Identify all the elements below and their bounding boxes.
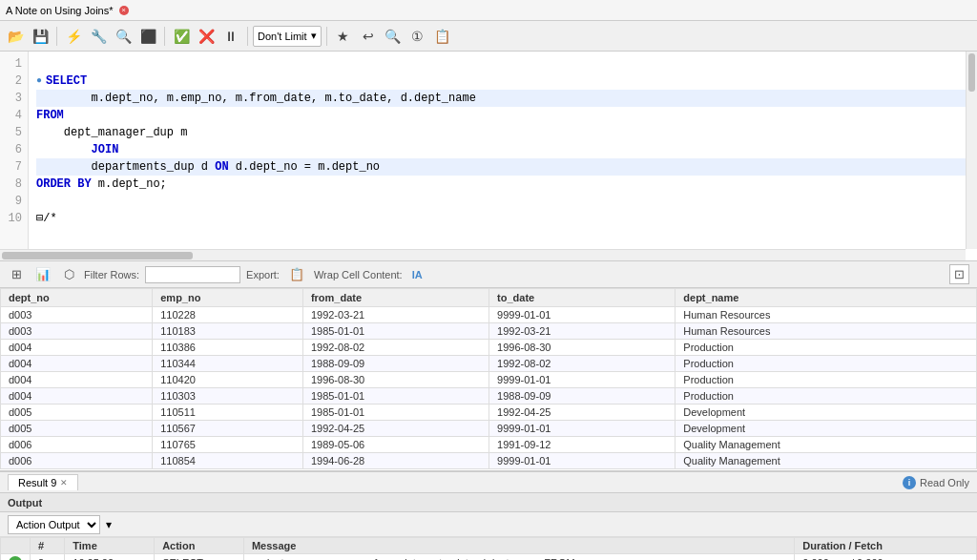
- cell-to_date: 1991-09-12: [489, 437, 676, 453]
- clipboard-button[interactable]: 📋: [431, 25, 454, 48]
- filter-label: Filter Rows:: [84, 269, 139, 280]
- table-row: d0051105671992-04-259999-01-01Developmen…: [1, 421, 977, 437]
- table-row: d0061107651989-05-061991-09-12Quality Ma…: [1, 437, 977, 453]
- result-tab-9[interactable]: Result 9 ✕: [8, 474, 78, 490]
- col-to_date: to_date: [489, 289, 676, 307]
- action-cell: SELECT: [155, 554, 244, 561]
- code-line-6: JOIN: [36, 141, 969, 158]
- editor-scrollbar-v[interactable]: [966, 52, 977, 249]
- result-chart-icon[interactable]: 📊: [31, 265, 54, 283]
- col-from_date: from_date: [302, 289, 488, 307]
- commit-button[interactable]: ✅: [170, 25, 193, 48]
- line-numbers: 1 2 3 4 5 6 7 8 9 10: [0, 52, 29, 260]
- table-row: d0041103441988-09-091992-08-02Production: [1, 356, 977, 372]
- wrap-button[interactable]: IA: [408, 267, 426, 282]
- cell-dept_name: Production: [676, 372, 977, 388]
- cell-emp_no: 110511: [153, 404, 303, 421]
- filter-input[interactable]: [145, 266, 240, 283]
- cell-dept_no: d004: [1, 388, 153, 404]
- result-tab-label: Result 9: [18, 477, 56, 488]
- col-dept_no: dept_no: [1, 289, 153, 307]
- output-table-container[interactable]: # Time Action Message Duration / Fetch ✓…: [0, 537, 977, 560]
- save-button[interactable]: 💾: [29, 25, 52, 48]
- result-panel: ⊞ 📊 ⬡ Filter Rows: Export: 📋 Wrap Cell C…: [0, 261, 977, 471]
- export-button[interactable]: 📋: [285, 265, 308, 283]
- col-emp_no: emp_no: [153, 289, 303, 307]
- output-table: # Time Action Message Duration / Fetch ✓…: [0, 537, 977, 560]
- col-action: Action: [155, 538, 244, 554]
- col-message: Message: [243, 538, 794, 554]
- dropdown-arrow: ▾: [311, 30, 317, 42]
- code-line-2: ● SELECT: [36, 73, 969, 90]
- run-button[interactable]: ⚡: [62, 25, 85, 48]
- output-title: Output: [8, 497, 42, 508]
- result-table-container[interactable]: dept_no emp_no from_date to_date dept_na…: [0, 288, 977, 470]
- table-row: d0031101831985-01-011992-03-21Human Reso…: [1, 323, 977, 340]
- editor-content[interactable]: 1 2 3 4 5 6 7 8 9 10 ● SELECT m.dept_no,…: [0, 52, 977, 260]
- cell-dept_name: Development: [676, 421, 977, 437]
- pause-button[interactable]: ⏸: [219, 25, 242, 48]
- toolbar-separator-1: [56, 27, 57, 46]
- code-line-7: departments_dup d ON d.dept_no = m.dept_…: [36, 158, 969, 176]
- cell-dept_name: Quality Management: [676, 453, 977, 469]
- rollback-button[interactable]: ❌: [195, 25, 218, 48]
- close-button[interactable]: ×: [119, 6, 129, 15]
- search-button[interactable]: 🔍: [112, 25, 135, 48]
- output-header-row: # Time Action Message Duration / Fetch: [1, 538, 977, 554]
- limit-dropdown[interactable]: Don't Limit ▾: [253, 26, 322, 47]
- cell-from_date: 1992-04-25: [302, 421, 488, 437]
- col-time: Time: [65, 538, 155, 554]
- title-text: A Note on Using Joins*: [6, 5, 114, 16]
- undo-button[interactable]: ↩: [357, 25, 380, 48]
- star-button[interactable]: ★: [332, 25, 355, 48]
- table-row: d0041103031985-01-011988-09-09Production: [1, 388, 977, 404]
- table-header: dept_no emp_no from_date to_date dept_na…: [1, 289, 977, 307]
- cell-to_date: 1992-04-25: [489, 404, 676, 421]
- cell-to_date: 9999-01-01: [489, 421, 676, 437]
- code-line-5: dept_manager_dup m: [36, 124, 969, 141]
- toolbar-separator-4: [326, 27, 327, 46]
- cell-emp_no: 110420: [153, 372, 303, 388]
- cell-to_date: 1996-08-30: [489, 340, 676, 356]
- cell-dept_no: d004: [1, 340, 153, 356]
- cell-from_date: 1985-01-01: [302, 388, 488, 404]
- output-panel: Output Action Output ▾ # Time Action Mes…: [0, 492, 977, 560]
- cell-dept_name: Human Resources: [676, 323, 977, 340]
- result-filter-icon[interactable]: ⬡: [60, 265, 78, 283]
- export-label: Export:: [246, 269, 280, 280]
- cell-dept_name: Development: [676, 404, 977, 421]
- cell-emp_no: 110303: [153, 388, 303, 404]
- result-panel-toggle[interactable]: ⊡: [949, 264, 969, 284]
- cell-emp_no: 110765: [153, 437, 303, 453]
- output-dropdown-arrow: ▾: [106, 518, 112, 531]
- cell-from_date: 1985-01-01: [302, 323, 488, 340]
- table-row: d0041104201996-08-309999-01-01Production: [1, 372, 977, 388]
- settings-button[interactable]: 🔧: [87, 25, 110, 48]
- table-row: d0031102281992-03-219999-01-01Human Reso…: [1, 307, 977, 323]
- toolbar-separator-3: [247, 27, 248, 46]
- output-select[interactable]: Action Output: [8, 515, 100, 534]
- stop-button[interactable]: ⬛: [136, 25, 159, 48]
- status-ok-icon: ✓: [9, 556, 22, 560]
- cell-dept_name: Production: [676, 388, 977, 404]
- tab-close-icon[interactable]: ✕: [60, 478, 68, 487]
- editor-scrollbar-h[interactable]: [0, 249, 966, 260]
- cell-dept_name: Production: [676, 356, 977, 372]
- col-dept_name: dept_name: [676, 289, 977, 307]
- col-duration: Duration / Fetch: [795, 538, 977, 554]
- result-grid-icon[interactable]: ⊞: [8, 265, 26, 283]
- zoom-button[interactable]: 🔍: [382, 25, 405, 48]
- time-cell: 10:25:22: [65, 554, 155, 561]
- code-editor[interactable]: ● SELECT m.dept_no, m.emp_no, m.from_dat…: [29, 52, 977, 260]
- scrollbar-v-thumb: [968, 53, 975, 92]
- code-line-1: [36, 55, 969, 73]
- code-line-8: ORDER BY m.dept_no;: [36, 176, 969, 193]
- cell-dept_name: Production: [676, 340, 977, 356]
- cell-from_date: 1985-01-01: [302, 404, 488, 421]
- code-line-10: ⊟/*: [36, 210, 969, 227]
- result-footer: Result 9 ✕ i Read Only: [0, 471, 977, 492]
- open-button[interactable]: 📂: [4, 25, 27, 48]
- table-row: d0041103861992-08-021996-08-30Production: [1, 340, 977, 356]
- cell-emp_no: 110567: [153, 421, 303, 437]
- num-button[interactable]: ①: [406, 25, 429, 48]
